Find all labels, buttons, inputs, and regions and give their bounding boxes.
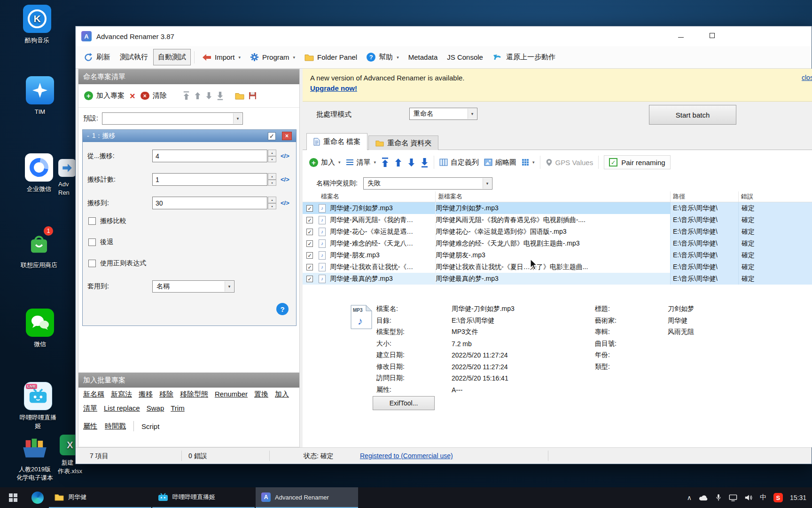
batch-mode-dropdown[interactable]: 重命名 ▾ — [409, 108, 477, 120]
desktop-icon-bilibili-live[interactable]: LIVE 哔哩哔哩直播 姬 — [10, 382, 66, 430]
method-header[interactable]: - 1：搬移 ✓ × — [83, 130, 296, 142]
row-checkbox[interactable]: ✓ — [306, 264, 313, 270]
move-file-bottom-icon[interactable] — [421, 158, 429, 167]
collapse-icon[interactable]: - — [87, 132, 89, 140]
code-pattern-button[interactable]: </> — [281, 199, 289, 206]
notification-close-link[interactable]: close — [802, 74, 812, 81]
program-button[interactable]: Program▾ — [246, 49, 299, 65]
table-row[interactable]: ✓ ♪ 周华健-最真的梦.mp3 周华健最真的梦-.mp3 E:\音乐\周华健\… — [303, 273, 812, 285]
open-preset-icon[interactable] — [235, 92, 244, 100]
refresh-button[interactable]: 刷新 — [79, 49, 115, 65]
microphone-icon[interactable] — [715, 493, 722, 502]
move-count-spinner[interactable]: ▴▾ — [268, 173, 276, 186]
save-preset-icon[interactable] — [249, 92, 257, 100]
table-row[interactable]: ✓ ♪ 周华健-难念的经-《天龙八… 周华健难念的经-《天龙八部》电视剧主题曲-… — [303, 238, 812, 249]
remove-method-button[interactable]: × — [282, 132, 292, 140]
spin-up-icon[interactable]: ▴ — [268, 173, 276, 180]
add-files-button[interactable]: + 加入 ▾ — [309, 158, 341, 167]
delete-method-icon[interactable]: × — [130, 92, 135, 100]
conflict-rule-dropdown[interactable]: 失敗 ▾ — [363, 177, 492, 190]
spin-up-icon[interactable]: ▴ — [268, 197, 276, 203]
method-link-move[interactable]: 搬移 — [139, 390, 153, 399]
list-button[interactable]: 清單 ▾ — [346, 158, 376, 167]
ime-indicator[interactable]: 中 — [760, 493, 766, 502]
row-checkbox[interactable]: ✓ — [306, 276, 313, 282]
metadata-button[interactable]: Metadata — [404, 50, 442, 64]
row-checkbox[interactable]: ✓ — [306, 229, 313, 235]
spin-down-icon[interactable]: ▾ — [268, 203, 276, 210]
method-link-remove[interactable]: 移除 — [159, 390, 173, 399]
row-checkbox[interactable]: ✓ — [306, 205, 313, 212]
import-button[interactable]: Import▾ — [198, 50, 245, 64]
method-link-swap[interactable]: Swap — [147, 404, 164, 413]
move-file-down-icon[interactable] — [407, 158, 415, 167]
table-row[interactable]: ✓ ♪ 周华健-朋友.mp3 周华健朋友-.mp3 E:\音乐\周华健\ 確定 — [303, 249, 812, 261]
move-to-spinner[interactable]: ▴▾ — [268, 197, 276, 209]
folder-panel-button[interactable]: Folder Panel — [300, 50, 361, 64]
column-header-new-filename[interactable]: 新檔案名 — [435, 191, 670, 202]
move-from-spinner[interactable]: ▴▾ — [268, 150, 276, 162]
test-run-button[interactable]: 測試執行 — [116, 49, 152, 65]
method-link-list-replace[interactable]: List replace — [104, 404, 140, 413]
registered-link[interactable]: Registered to (Commercial use) — [360, 452, 453, 460]
desktop-icon-wechat[interactable]: 微信 — [12, 309, 68, 349]
table-row[interactable]: ✓ ♪ 周华健-刀剑如梦.mp3 周华健刀剑如梦-.mp3 E:\音乐\周华健\… — [303, 202, 812, 214]
clear-methods-button[interactable]: × 清除 — [140, 89, 168, 102]
taskbar-edge-button[interactable] — [26, 487, 49, 508]
file-table-header[interactable]: 檔案名 新檔案名 路徑 錯誤 — [303, 191, 812, 202]
title-bar[interactable]: A Advanced Renamer 3.87 — [76, 26, 812, 46]
start-batch-button[interactable]: Start batch — [649, 105, 736, 125]
spin-down-icon[interactable]: ▾ — [268, 180, 276, 186]
method-link-replace[interactable]: 置換 — [254, 390, 268, 399]
code-pattern-button[interactable]: </> — [281, 152, 289, 159]
move-to-input[interactable] — [152, 197, 267, 209]
start-button[interactable] — [0, 487, 26, 508]
tab-attributes[interactable]: 屬性 — [83, 422, 97, 431]
method-link-remove-pattern[interactable]: 移除型態 — [180, 390, 208, 399]
maximize-button[interactable] — [700, 27, 724, 43]
checkbox[interactable] — [88, 217, 96, 225]
column-header-error[interactable]: 錯誤 — [738, 191, 812, 202]
taskbar-clock[interactable]: 15:31 — [790, 494, 806, 501]
js-console-button[interactable]: JS Console — [443, 50, 487, 64]
desktop-icon-tim[interactable]: TIM — [12, 76, 68, 116]
help-button[interactable]: ? 幫助▾ — [362, 49, 403, 65]
row-checkbox[interactable]: ✓ — [306, 217, 313, 223]
apply-to-dropdown[interactable]: 名稱 ▾ — [152, 280, 234, 293]
method-link-renumber[interactable]: Renumber — [215, 390, 248, 399]
method-help-button[interactable]: ? — [276, 303, 289, 315]
taskbar-app-advanced-renamer[interactable]: A Advanced Renamer — [256, 487, 358, 508]
minimize-button[interactable] — [669, 27, 693, 43]
thumbnails-button[interactable]: 縮略圖 — [484, 158, 516, 167]
move-method-top-icon[interactable] — [183, 91, 190, 100]
volume-icon[interactable] — [744, 494, 753, 501]
move-file-top-icon[interactable] — [381, 158, 389, 167]
gps-values-button[interactable]: GPS Values — [546, 158, 593, 167]
auto-test-toggle[interactable]: 自動測試 — [153, 49, 191, 65]
method-link-new-name[interactable]: 新名稱 — [83, 390, 104, 399]
move-method-down-icon[interactable] — [205, 91, 212, 100]
taskbar-app-bilibili-live[interactable]: 哔哩哔哩直播姬 — [152, 487, 255, 508]
view-mode-button[interactable]: ▾ — [522, 159, 535, 166]
desktop-icon-kugou[interactable]: K 酷狗音乐 — [9, 5, 65, 45]
add-method-button[interactable]: + 加入專案 — [83, 89, 125, 102]
checkbox[interactable] — [88, 238, 96, 246]
method-link-add[interactable]: 加入 — [275, 390, 289, 399]
pair-renaming-toggle[interactable]: ✓ Pair renaming — [604, 155, 670, 169]
tab-timestamp[interactable]: 時間戳 — [105, 422, 126, 431]
move-method-bottom-icon[interactable] — [217, 91, 224, 100]
undo-button[interactable]: 還原上一步動作 — [488, 49, 560, 65]
column-header-path[interactable]: 路徑 — [670, 191, 738, 202]
table-row[interactable]: ✓ ♪ 周华健-花心-《幸运就是遇… 周华健花心-《幸运就是遇到你》国语版-.m… — [303, 226, 812, 238]
column-header-filename[interactable]: 檔案名 — [319, 191, 435, 202]
cloud-icon[interactable] — [699, 494, 708, 501]
row-checkbox[interactable]: ✓ — [306, 252, 313, 259]
method-link-trim[interactable]: Trim — [171, 404, 184, 413]
row-checkbox[interactable]: ✓ — [306, 240, 313, 247]
move-count-input[interactable] — [152, 173, 267, 186]
spin-up-icon[interactable]: ▴ — [268, 150, 276, 156]
taskbar-app-explorer[interactable]: 周华健 — [49, 487, 151, 508]
exiftool-button[interactable]: ExifTool... — [373, 396, 435, 410]
desktop-icon-lenovo-store[interactable]: 1 联想应用商店 — [11, 230, 67, 270]
move-compare-option[interactable]: 搬移比較 — [88, 217, 126, 225]
